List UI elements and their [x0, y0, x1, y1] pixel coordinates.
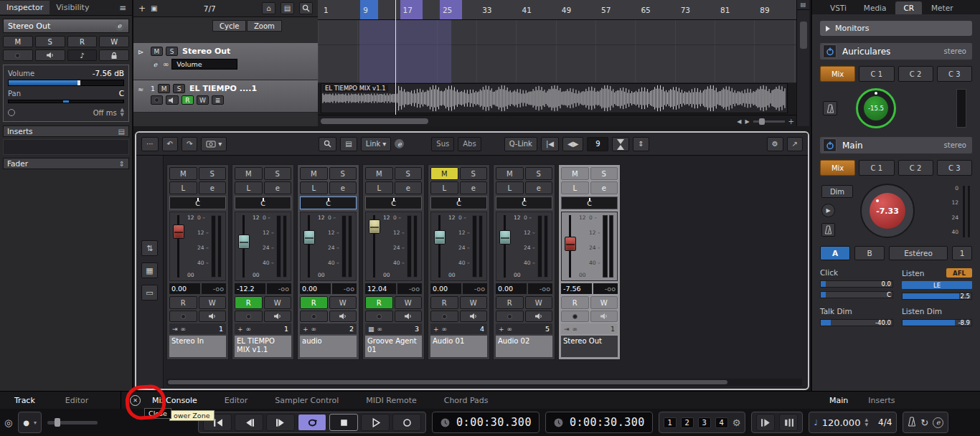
routing-row[interactable]: ⇥ ∞ 1 [561, 323, 618, 334]
channel-name[interactable]: audio [300, 336, 357, 357]
pan-control[interactable]: C [496, 196, 552, 209]
channel-listen-button[interactable]: L [561, 181, 589, 194]
punch-in-icon[interactable] [756, 414, 775, 431]
step-forward-button[interactable] [266, 414, 295, 431]
peak-value[interactable]: -oo [202, 283, 226, 294]
inspector-menu-icon[interactable]: ≡ [119, 3, 126, 13]
read-automation-button[interactable]: R [300, 296, 328, 309]
pan-control[interactable]: C [561, 196, 618, 209]
record-arm-button[interactable] [561, 311, 589, 322]
dim-button[interactable]: Dim [821, 185, 853, 198]
channel-name[interactable]: Stereo Out [561, 336, 618, 357]
ruler-mark[interactable]: 1 [321, 0, 339, 19]
routing-row[interactable]: ⇥ ∞ 1 [169, 323, 226, 334]
playhead-cursor[interactable] [395, 0, 396, 115]
snapshot-icon[interactable]: ▾ [201, 137, 227, 151]
cycle-button[interactable]: Cycle [212, 20, 246, 32]
channel-edit-button[interactable]: e [590, 181, 618, 194]
monitor-button[interactable] [166, 95, 179, 105]
go-first-icon[interactable]: |◀ [541, 137, 559, 151]
fader-section-header[interactable]: Fader ⇕ [3, 158, 129, 169]
read-automation-button[interactable]: R [561, 296, 589, 309]
qlink-button[interactable]: Q-Link [504, 137, 537, 151]
preroll-slider[interactable] [47, 421, 98, 425]
inserts-rack-icon[interactable]: ▤ [118, 128, 125, 136]
monitor-button[interactable] [264, 311, 292, 322]
monitor-speaker-icon[interactable] [35, 49, 65, 61]
lower-zone-tab-editor[interactable]: Editor [225, 396, 248, 405]
fader-value[interactable]: -12.2 [235, 283, 265, 294]
channel-list-icon[interactable]: ▤ [340, 137, 357, 151]
ruler-mark[interactable]: 9 [360, 0, 378, 19]
horizontal-scrollbar[interactable]: ◀ ▶ + [318, 115, 796, 126]
channel-edit-button[interactable]: e [460, 181, 488, 194]
marker-1-button[interactable]: 1 [664, 417, 677, 428]
fader-handle[interactable] [173, 224, 184, 239]
mix-button[interactable]: Mix [820, 66, 855, 82]
scroll-right-icon[interactable]: ▶ [745, 118, 749, 125]
channel-edit-button[interactable]: e [264, 181, 292, 194]
phones-level-knob[interactable]: -15.5 [856, 88, 896, 128]
record-arm-button[interactable] [300, 311, 328, 322]
ruler-mark[interactable]: 25 [440, 0, 462, 19]
zoom-button[interactable]: Zoom [247, 20, 282, 32]
monitor-button[interactable] [395, 311, 423, 322]
volume-slider[interactable] [8, 80, 124, 86]
write-automation-button[interactable]: W [329, 296, 357, 309]
channel-edit-button[interactable]: e [395, 181, 423, 194]
ruler-mark[interactable]: 89 [757, 0, 779, 19]
primary-time-display[interactable]: 0:00:30.300 [432, 412, 540, 433]
secondary-time-display[interactable]: 0:00:30.300 [545, 412, 653, 433]
fader-handle[interactable] [238, 234, 250, 249]
routing-row[interactable]: + ∞ 1 [235, 323, 291, 334]
channel-edit-button[interactable]: e [329, 181, 357, 194]
peak-value[interactable]: -oo [593, 283, 618, 294]
gear-icon[interactable]: ⚙ [767, 137, 783, 151]
power-icon[interactable] [823, 44, 837, 58]
channel-listen-button[interactable]: L [430, 181, 458, 194]
close-lower-zone-button[interactable]: ✕ [130, 395, 141, 406]
scroll-left-icon[interactable]: ◀ [737, 118, 741, 125]
channel-mute-button[interactable]: M [561, 167, 589, 180]
channel-solo-button[interactable]: S [395, 167, 423, 180]
speaker-a-button[interactable]: A [820, 246, 850, 260]
downmix-preset-button[interactable]: 1 [952, 246, 972, 260]
punch-out-icon[interactable] [779, 414, 798, 431]
play-test-icon[interactable]: ▶ [821, 204, 835, 217]
fader-value[interactable]: 12.04 [365, 283, 396, 294]
add-track-icon[interactable]: + [138, 4, 146, 14]
nav-icon[interactable]: ◀▶ [562, 137, 583, 151]
cycle-button[interactable] [298, 414, 326, 431]
channel-listen-button[interactable]: L [365, 181, 393, 194]
fader-handle[interactable] [369, 219, 380, 234]
channel-mute-button[interactable]: M [365, 167, 393, 180]
marker-4-button[interactable]: 4 [715, 417, 728, 428]
ruler-mark[interactable]: 57 [598, 0, 621, 19]
ruler-mark[interactable]: 33 [479, 0, 501, 19]
track-solo-button[interactable]: S [173, 84, 185, 93]
right-zone-tab-cr[interactable]: CR [895, 1, 922, 14]
fader-view-icon[interactable]: ⇅ [141, 240, 158, 256]
lock-icon[interactable] [99, 49, 129, 61]
record-mode-icon[interactable]: ● [23, 419, 29, 427]
ruler-mark[interactable]: 73 [678, 0, 700, 19]
marker-settings-gear-icon[interactable]: ⚙ [732, 417, 741, 428]
mixer-menu-icon[interactable]: ··· [141, 137, 159, 151]
channel-edit-button[interactable]: e [525, 181, 553, 194]
metronome-icon[interactable] [821, 223, 835, 237]
timeline-ruler[interactable]: 19172533414957657381899 [318, 0, 796, 20]
channel-name[interactable]: Audio 02 [496, 336, 552, 357]
bars-value[interactable]: 9 [587, 137, 608, 151]
rack-view-icon[interactable]: ▦ [141, 262, 158, 278]
peak-value[interactable]: -oo [267, 283, 291, 294]
record-arm-button[interactable] [151, 95, 163, 105]
fader-handle[interactable] [499, 230, 511, 245]
lower-zone-tab-chord-pads[interactable]: Chord Pads [444, 396, 489, 405]
track-preset-icon[interactable]: ▣ [151, 4, 157, 12]
ruler-mark[interactable]: 65 [638, 0, 660, 19]
main-level-knob[interactable]: -7.33 [860, 184, 915, 238]
automation-parameter-dropdown[interactable]: Volume [171, 59, 237, 70]
fader-value[interactable]: 0.00 [169, 283, 200, 294]
monitor-button[interactable] [199, 311, 227, 322]
record-arm-button[interactable] [365, 311, 393, 322]
